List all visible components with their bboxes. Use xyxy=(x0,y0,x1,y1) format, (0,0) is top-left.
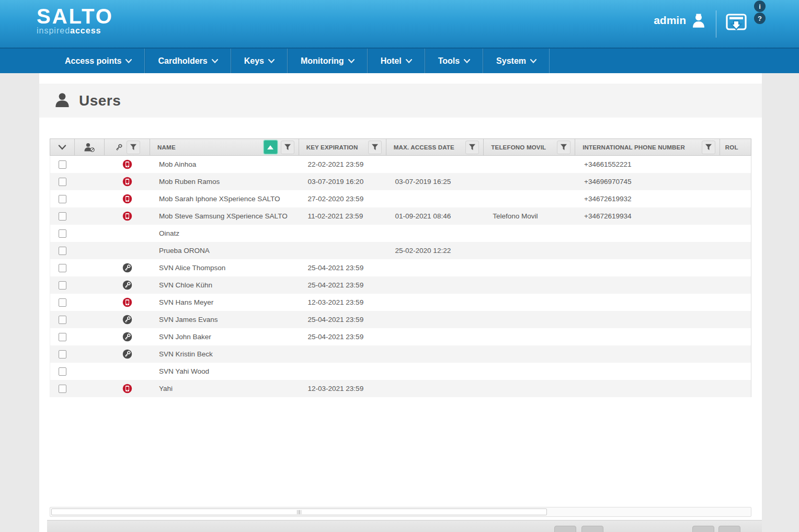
table-row[interactable]: Yahi 12-03-2021 23:59 xyxy=(50,380,751,397)
table-row[interactable]: Oinatz xyxy=(50,225,751,242)
main-nav-list: Access points Cardholders Keys Monitorin… xyxy=(52,49,799,73)
mobile-key-icon xyxy=(122,194,132,204)
nav-item[interactable]: Hotel xyxy=(368,49,425,73)
current-user-label: admin xyxy=(654,14,686,27)
table-row[interactable]: SVN John Baker 25-04-2021 23:59 xyxy=(50,328,751,345)
current-user[interactable]: admin xyxy=(654,13,706,28)
key-type-header[interactable] xyxy=(105,139,150,155)
key-expiration-column-header[interactable]: KEY EXPIRATION xyxy=(299,139,386,155)
users-icon xyxy=(54,91,71,110)
row-name: SVN Alice Thompson xyxy=(150,264,299,272)
nav-item[interactable]: Access points xyxy=(52,49,145,73)
key-badge-icon xyxy=(122,263,132,273)
table-row[interactable]: Mob Steve Samsung XSperience SALTO 11-02… xyxy=(50,207,751,225)
nav-item-label: System xyxy=(496,56,526,66)
row-telefono-movil: Telefono Movil xyxy=(484,212,575,220)
rol-column-header[interactable]: ROL xyxy=(720,139,751,155)
nav-item[interactable]: System xyxy=(483,49,550,73)
name-column-header[interactable]: NAME xyxy=(150,139,299,155)
chevron-down-icon xyxy=(406,58,412,64)
row-checkbox[interactable] xyxy=(59,367,66,376)
key-expiration-filter-button[interactable] xyxy=(368,141,382,154)
nav-item[interactable]: Tools xyxy=(425,49,483,73)
row-key-type-icon xyxy=(122,177,132,187)
row-checkbox[interactable] xyxy=(59,212,66,221)
row-checkbox[interactable] xyxy=(59,298,66,307)
table-row[interactable]: SVN Alice Thompson 25-04-2021 23:59 xyxy=(50,259,751,276)
row-checkbox[interactable] xyxy=(59,264,66,272)
filter-icon xyxy=(705,144,712,151)
row-checkbox[interactable] xyxy=(59,333,66,341)
chevron-down-icon xyxy=(348,58,355,64)
row-international-phone: +34672619932 xyxy=(575,195,720,203)
telefono-movil-filter-button[interactable] xyxy=(557,141,570,154)
row-name: Mob Ruben Ramos xyxy=(150,178,299,186)
sort-ascending-button[interactable] xyxy=(264,140,278,154)
row-checkbox[interactable] xyxy=(59,281,66,290)
row-key-type-icon xyxy=(122,280,132,290)
table-row[interactable]: Mob Sarah Iphone XSperience SALTO 27-02-… xyxy=(50,190,751,207)
mobile-key-icon xyxy=(122,297,132,307)
telefono-movil-column-header[interactable]: TELEFONO MOVIL xyxy=(484,139,575,155)
info-icon[interactable]: i xyxy=(754,1,766,12)
horizontal-scrollbar[interactable] xyxy=(50,507,751,517)
row-name: SVN Hans Meyer xyxy=(150,298,299,306)
pagination-last-button[interactable] xyxy=(718,526,740,532)
row-key-type-icon xyxy=(122,211,132,221)
sort-up-icon xyxy=(267,145,273,149)
filter-icon xyxy=(560,144,567,151)
select-all-header[interactable] xyxy=(50,139,75,155)
row-key-expiration: 25-04-2021 23:59 xyxy=(299,264,386,272)
row-key-expiration: 25-04-2021 23:59 xyxy=(299,316,386,323)
nav-item-label: Hotel xyxy=(381,56,402,66)
row-key-expiration: 27-02-2020 23:59 xyxy=(299,195,386,203)
row-checkbox[interactable] xyxy=(59,247,66,255)
nav-item-label: Monitoring xyxy=(301,56,344,66)
filter-icon xyxy=(371,144,379,151)
row-checkbox[interactable] xyxy=(59,195,66,203)
chevron-down-icon xyxy=(212,58,218,64)
row-checkbox[interactable] xyxy=(59,385,66,393)
mobile-key-icon xyxy=(122,177,132,187)
user-status-header[interactable] xyxy=(75,139,105,155)
table-row[interactable]: Mob Ruben Ramos 03-07-2019 16:20 03-07-2… xyxy=(50,173,751,190)
row-checkbox[interactable] xyxy=(59,350,66,358)
row-checkbox[interactable] xyxy=(59,316,66,324)
row-international-phone: +34696970745 xyxy=(575,178,720,186)
table-row[interactable]: SVN Yahi Wood xyxy=(50,363,751,380)
chevron-down-icon xyxy=(530,58,537,64)
nav-item[interactable]: Monitoring xyxy=(288,49,368,73)
table-row[interactable]: Prueba ORONA 25-02-2020 12:22 xyxy=(50,242,751,259)
table-row[interactable]: SVN James Evans 25-04-2021 23:59 xyxy=(50,311,751,328)
pagination-previous-button[interactable] xyxy=(581,526,603,532)
key-icon xyxy=(114,143,123,152)
row-checkbox[interactable] xyxy=(59,178,66,186)
row-name: Mob Steve Samsung XSperience SALTO xyxy=(150,212,299,220)
horizontal-scrollbar-thumb[interactable] xyxy=(51,508,547,515)
max-access-date-filter-button[interactable] xyxy=(465,141,479,154)
telefono-movil-label: TELEFONO MOVIL xyxy=(491,144,546,151)
nav-item[interactable]: Keys xyxy=(231,49,288,73)
row-key-expiration: 25-04-2021 23:59 xyxy=(299,281,386,289)
row-key-type-icon xyxy=(122,263,132,273)
international-phone-label: INTERNATIONAL PHONE NUMBER xyxy=(583,144,685,151)
international-phone-column-header[interactable]: INTERNATIONAL PHONE NUMBER xyxy=(575,139,720,155)
table-row[interactable]: SVN Hans Meyer 12-03-2021 23:59 xyxy=(50,294,751,311)
row-checkbox[interactable] xyxy=(59,229,66,238)
table-row[interactable]: SVN Chloe Kühn 25-04-2021 23:59 xyxy=(50,276,751,294)
table-row[interactable]: SVN Kristin Beck xyxy=(50,345,751,363)
table-row[interactable]: Mob Ainhoa 22-02-2021 23:59 +34661552221 xyxy=(50,156,751,173)
help-icon[interactable]: ? xyxy=(754,13,766,24)
download-window-button[interactable] xyxy=(726,14,747,33)
key-badge-icon xyxy=(122,280,132,290)
international-phone-filter-button[interactable] xyxy=(702,141,715,154)
row-key-expiration: 11-02-2021 23:59 xyxy=(299,212,386,220)
pagination-first-button[interactable] xyxy=(554,526,576,532)
nav-item[interactable]: Cardholders xyxy=(145,49,231,73)
brand-name: SALTO xyxy=(37,5,113,27)
max-access-date-column-header[interactable]: MAX. ACCESS DATE xyxy=(386,139,484,155)
row-checkbox[interactable] xyxy=(59,160,66,169)
name-filter-button[interactable] xyxy=(281,141,294,154)
key-filter-button[interactable] xyxy=(127,141,140,154)
pagination-next-button[interactable] xyxy=(692,526,714,532)
